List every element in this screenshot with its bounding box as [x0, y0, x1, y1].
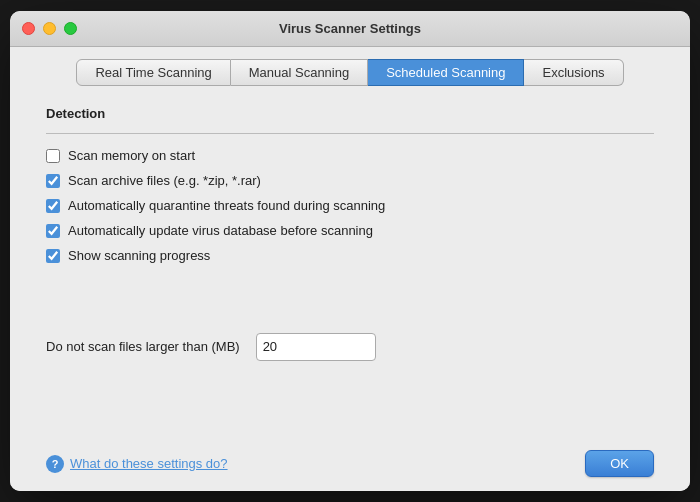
file-size-label: Do not scan files larger than (MB) — [46, 339, 240, 354]
ok-button[interactable]: OK — [585, 450, 654, 477]
help-link[interactable]: ? What do these settings do? — [46, 455, 228, 473]
checkbox-row-auto-update: Automatically update virus database befo… — [46, 223, 654, 238]
tab-manual[interactable]: Manual Scanning — [231, 59, 368, 86]
checkbox-auto-update[interactable] — [46, 224, 60, 238]
label-scan-memory: Scan memory on start — [68, 148, 195, 163]
checkbox-row-scan-memory: Scan memory on start — [46, 148, 654, 163]
main-window: Virus Scanner Settings Real Time Scannin… — [10, 11, 690, 491]
tab-scheduled[interactable]: Scheduled Scanning — [368, 59, 524, 86]
label-auto-update: Automatically update virus database befo… — [68, 223, 373, 238]
tab-real-time[interactable]: Real Time Scanning — [76, 59, 230, 86]
window-title: Virus Scanner Settings — [279, 21, 421, 36]
footer: ? What do these settings do? OK — [10, 440, 690, 491]
label-auto-quarantine: Automatically quarantine threats found d… — [68, 198, 385, 213]
tab-exclusions[interactable]: Exclusions — [524, 59, 623, 86]
close-button[interactable] — [22, 22, 35, 35]
checkbox-row-show-progress: Show scanning progress — [46, 248, 654, 263]
label-scan-archive: Scan archive files (e.g. *zip, *.rar) — [68, 173, 261, 188]
detection-section-title: Detection — [46, 106, 654, 121]
checkbox-row-scan-archive: Scan archive files (e.g. *zip, *.rar) — [46, 173, 654, 188]
checkbox-scan-archive[interactable] — [46, 174, 60, 188]
spacer — [46, 273, 654, 313]
label-show-progress: Show scanning progress — [68, 248, 210, 263]
window-content: Real Time Scanning Manual Scanning Sched… — [10, 47, 690, 491]
minimize-button[interactable] — [43, 22, 56, 35]
file-size-row: Do not scan files larger than (MB) — [46, 333, 654, 361]
checkbox-show-progress[interactable] — [46, 249, 60, 263]
help-link-label: What do these settings do? — [70, 456, 228, 471]
checkbox-auto-quarantine[interactable] — [46, 199, 60, 213]
checkbox-row-auto-quarantine: Automatically quarantine threats found d… — [46, 198, 654, 213]
maximize-button[interactable] — [64, 22, 77, 35]
file-size-input[interactable] — [256, 333, 376, 361]
tabs-bar: Real Time Scanning Manual Scanning Sched… — [10, 47, 690, 86]
main-panel: Detection Scan memory on start Scan arch… — [10, 86, 690, 440]
checkbox-scan-memory[interactable] — [46, 149, 60, 163]
help-icon: ? — [46, 455, 64, 473]
section-divider — [46, 133, 654, 134]
title-bar: Virus Scanner Settings — [10, 11, 690, 47]
window-controls — [22, 22, 77, 35]
spacer-2 — [46, 381, 654, 421]
